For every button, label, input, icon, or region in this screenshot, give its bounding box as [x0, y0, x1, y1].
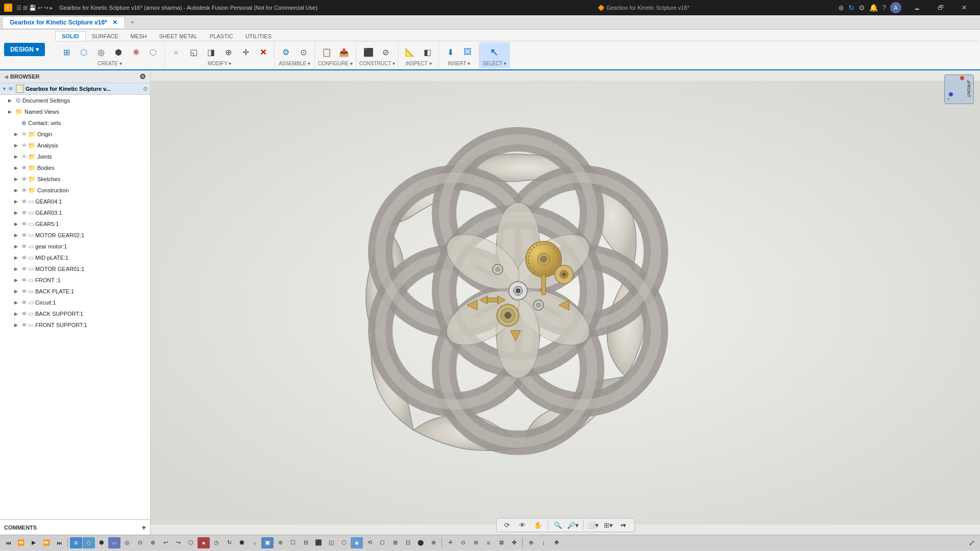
tool-18[interactable]: ☐	[287, 537, 299, 548]
fillet-btn[interactable]: ◱	[185, 44, 202, 60]
extrude-btn[interactable]: ⬡	[76, 44, 92, 60]
as-built-joint-btn[interactable]: ⊙	[295, 44, 311, 60]
tree-item-named-views[interactable]: ▶ 📁 Named Views	[0, 106, 150, 117]
eye-icon[interactable]: 👁	[21, 288, 27, 294]
design-button[interactable]: DESIGN ▾	[4, 43, 45, 56]
tab-sheet-metal[interactable]: SHEET METAL	[153, 32, 203, 41]
play-start-btn[interactable]: ⏮	[2, 537, 14, 548]
tool-19[interactable]: ⊟	[300, 537, 312, 548]
tool-13[interactable]: ↻	[223, 537, 235, 548]
tab-solid[interactable]: SOLID	[55, 31, 86, 41]
tree-item-front[interactable]: ▶ 👁 ▭ FRONT :1	[0, 274, 150, 286]
tool-25[interactable]: ⬡	[376, 537, 388, 548]
tool-3[interactable]: ⬢	[95, 537, 108, 548]
section-analysis-btn[interactable]: ◧	[419, 44, 435, 60]
insert-image-btn[interactable]: 🖼	[459, 44, 476, 60]
combine-btn[interactable]: ⊕	[220, 44, 236, 60]
eye-icon[interactable]: 👁	[21, 311, 27, 317]
tool-1[interactable]: ⊞	[70, 537, 82, 548]
tab-surface[interactable]: SURFACE	[86, 32, 125, 41]
measure-btn[interactable]: 📐	[402, 44, 418, 60]
nav-tool-1[interactable]: ✛	[444, 537, 456, 548]
tool-23[interactable]: ◉	[351, 537, 363, 548]
header-notification-icon[interactable]: 🔔	[869, 4, 878, 12]
tree-item-mid-plate[interactable]: ▶ 👁 ▭ MID pLATE:1	[0, 252, 150, 263]
end-tool-3[interactable]: ✤	[550, 537, 562, 548]
eye-icon[interactable]: 👁	[21, 131, 27, 137]
tree-item-contact-sets[interactable]: ⊕ Contact: sets	[0, 117, 150, 129]
eye-icon[interactable]: 👁	[21, 176, 27, 182]
tool-9[interactable]: ↪	[172, 537, 184, 548]
eye-icon[interactable]: 👁	[21, 142, 27, 148]
nav-tool-4[interactable]: ≡	[482, 537, 495, 548]
nav-tool-5[interactable]: ⊠	[495, 537, 507, 548]
nav-tool-3[interactable]: ⊛	[470, 537, 482, 548]
header-sync-icon[interactable]: ↻	[848, 4, 854, 12]
tool-7[interactable]: ⊕	[146, 537, 159, 548]
tool-4[interactable]: ▭	[108, 537, 120, 548]
timeline-expand-btn[interactable]: ⤢	[966, 537, 978, 548]
grid-btn[interactable]: ⊞▾	[602, 519, 615, 531]
close-button[interactable]: ✕	[952, 0, 976, 15]
tab-gearbox[interactable]: Gearbox for Kinetic Sclpture v16* ✕	[2, 16, 125, 28]
minimize-button[interactable]: 🗕	[905, 0, 929, 15]
navigation-cube[interactable]: FRONT X Y	[944, 74, 975, 105]
tree-item-origin[interactable]: ▶ 👁 📁 Origin	[0, 129, 150, 140]
eye-icon[interactable]: 👁	[21, 299, 27, 306]
header-account-icon[interactable]: ⚙	[859, 4, 865, 12]
tree-item-document-settings[interactable]: ▶ ⚙ Document Settings	[0, 95, 150, 106]
tab-mesh[interactable]: MESH	[125, 32, 153, 41]
root-options-icon[interactable]: ⚙	[143, 86, 148, 92]
nav-tool-6[interactable]: ✤	[508, 537, 520, 548]
insert-derive-btn[interactable]: ⬇	[442, 44, 458, 60]
tree-item-sketches[interactable]: ▶ 👁 📁 Sketches	[0, 173, 150, 185]
tool-22[interactable]: ⬡	[338, 537, 350, 548]
tree-item-analysis[interactable]: ▶ 👁 📁 Analysis	[0, 140, 150, 151]
tree-item-motor-gear01[interactable]: ▶ 👁 ▭ MOTOR GEAR01:1	[0, 263, 150, 274]
axis-btn[interactable]: ⊘	[378, 44, 394, 60]
header-plus-icon[interactable]: ⊕	[838, 4, 844, 12]
end-tool-2[interactable]: ↕	[537, 537, 550, 548]
user-avatar[interactable]: A	[890, 2, 901, 13]
play-back-btn[interactable]: ⏪	[15, 537, 27, 548]
browser-settings-icon[interactable]: ⚙	[139, 72, 146, 81]
tree-item-gear03[interactable]: ▶ 👁 ▭ GEAR03:1	[0, 207, 150, 218]
play-forward-btn[interactable]: ⏩	[40, 537, 53, 548]
comments-add-icon[interactable]: +	[142, 523, 146, 532]
hole-btn[interactable]: ⬢	[110, 44, 127, 60]
new-tab-button[interactable]: +	[127, 18, 138, 27]
view-options-btn[interactable]: ▪▾	[617, 519, 630, 531]
tool-11[interactable]: ●	[198, 537, 210, 548]
tool-8[interactable]: ↩	[159, 537, 172, 548]
tree-item-gear5[interactable]: ▶ 👁 ▭ GEAR5:1	[0, 218, 150, 230]
tool-14[interactable]: ⬟	[236, 537, 248, 548]
tree-item-motor-gear02[interactable]: ▶ 👁 ▭ MOTOR GEAR02:1	[0, 230, 150, 241]
eye-icon[interactable]: 👁	[21, 198, 27, 205]
delete-btn[interactable]: ✕	[255, 44, 271, 60]
tool-17[interactable]: ⊛	[274, 537, 286, 548]
select-btn[interactable]: ↖	[486, 44, 503, 60]
nav-tool-2[interactable]: ⊙	[457, 537, 469, 548]
look-at-btn[interactable]: 👁	[516, 519, 529, 531]
tool-2[interactable]: ⬡	[83, 537, 95, 548]
press-pull-btn[interactable]: ⬦	[168, 44, 184, 60]
tab-utilities[interactable]: UTILITIES	[239, 32, 278, 41]
eye-icon[interactable]: 👁	[21, 221, 27, 227]
chamfer-btn[interactable]: ◨	[203, 44, 219, 60]
tool-5[interactable]: ◎	[121, 537, 133, 548]
tool-20[interactable]: ⬛	[312, 537, 325, 548]
tool-6[interactable]: ⊙	[134, 537, 146, 548]
pan-btn[interactable]: ✋	[531, 519, 545, 531]
tab-plastic[interactable]: PLASTIC	[204, 32, 239, 41]
tree-item-construction[interactable]: ▶ 👁 📁 Construction	[0, 185, 150, 196]
eye-icon[interactable]: 👁	[21, 243, 27, 249]
browser-collapse-icon[interactable]: ◀	[4, 74, 8, 80]
tool-12[interactable]: ◷	[210, 537, 223, 548]
tree-item-gear04[interactable]: ▶ 👁 ▭ GEAR04:1	[0, 196, 150, 207]
tree-item-back-plate[interactable]: ▶ 👁 ▭ BACK PLATE:1	[0, 286, 150, 297]
tree-item-bodies[interactable]: ▶ 👁 📁 Bodies	[0, 162, 150, 173]
eye-icon[interactable]: 👁	[21, 154, 27, 160]
tool-21[interactable]: ◱	[325, 537, 337, 548]
header-help-icon[interactable]: ?	[882, 4, 886, 12]
joint-btn[interactable]: ⚙	[278, 44, 294, 60]
